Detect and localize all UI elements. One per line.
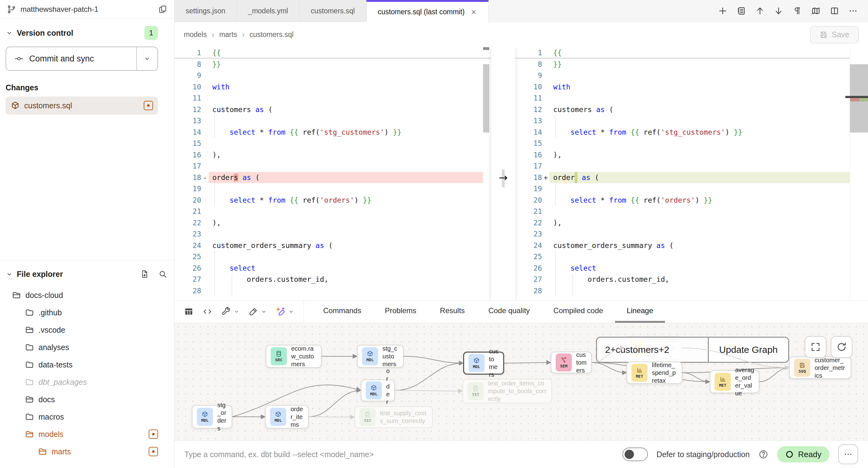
code-line-18[interactable]: 18-orders as (: [175, 172, 491, 183]
tree-item-marts[interactable]: marts: [0, 443, 158, 460]
lineage-node-lifetime-spend[interactable]: METlifetime_spend_pretax: [626, 362, 682, 384]
panel-tab-results[interactable]: Results: [428, 301, 476, 323]
code-line-10[interactable]: 10with: [515, 81, 868, 93]
code-line-11[interactable]: 11: [515, 92, 868, 104]
arrow-up-icon[interactable]: [753, 4, 767, 18]
code-line-20[interactable]: 20 select * from {{ ref('orders') }}: [175, 195, 491, 206]
lineage-node-order-items[interactable]: MDLorder_items: [265, 405, 309, 429]
code-line-18[interactable]: 18+order as (: [515, 172, 868, 183]
breadcrumb-item[interactable]: marts: [219, 30, 237, 39]
code-button[interactable]: [203, 307, 212, 317]
code-line-1[interactable]: 1{{: [515, 47, 868, 59]
tree-item--vscode[interactable]: .vscode: [0, 321, 158, 339]
diff-pane-modified[interactable]: 1{{8}}910with1112customers as (1314 sele…: [515, 47, 868, 300]
new-file-icon[interactable]: [140, 270, 149, 279]
code-line-10[interactable]: 10with: [175, 81, 491, 93]
lineage-node-stg-customers[interactable]: MDLstg_customers: [357, 345, 404, 368]
refresh-graph-button[interactable]: [831, 336, 852, 358]
apply-change-arrow-icon[interactable]: →: [491, 171, 515, 184]
command-input[interactable]: [184, 450, 614, 459]
lineage-node-customer-order-metrics[interactable]: SVQcustomer_order_metrics: [789, 356, 851, 379]
tree-item-dbt-packages[interactable]: dbt_packages: [0, 373, 158, 391]
tree-item-docs[interactable]: docs: [0, 391, 158, 408]
lineage-node-customers-mdl[interactable]: MDLcustomers: [463, 352, 504, 375]
code-line-22[interactable]: 22),: [175, 217, 491, 229]
code-line-23[interactable]: 23: [515, 228, 868, 240]
code-line-16[interactable]: 16),: [515, 149, 868, 161]
update-graph-button[interactable]: Update Graph: [708, 338, 788, 362]
code-line-9[interactable]: 9: [515, 70, 868, 81]
code-line-13[interactable]: 13: [515, 115, 868, 127]
diff-overview-ruler[interactable]: [850, 47, 868, 300]
code-line-21[interactable]: 21: [515, 206, 868, 217]
code-line-27[interactable]: 27 orders.customer_id,: [175, 274, 491, 285]
status-badge[interactable]: Ready: [777, 446, 830, 462]
arrow-down-icon[interactable]: [772, 4, 785, 18]
changed-file-customers-sql[interactable]: customers.sql: [6, 96, 158, 115]
commit-and-sync-button[interactable]: Commit and sync: [6, 47, 136, 70]
editor-tab--models-yml[interactable]: _models.yml: [237, 0, 300, 22]
code-line-12[interactable]: 12customers as (: [515, 104, 868, 116]
defer-toggle[interactable]: [622, 447, 648, 461]
code-line-12[interactable]: 12customers as (: [175, 104, 491, 116]
split-view-icon[interactable]: [828, 4, 841, 18]
lineage-node-orders[interactable]: MDLorders: [361, 379, 395, 401]
code-line-19[interactable]: 19: [515, 183, 868, 195]
code-line-1[interactable]: 1{{: [175, 47, 491, 59]
code-line-15[interactable]: 15: [175, 138, 491, 149]
commit-options-dropdown[interactable]: [136, 47, 157, 70]
code-line-11[interactable]: 11: [175, 92, 491, 104]
tree-item-models[interactable]: models: [0, 426, 158, 443]
copy-icon[interactable]: [158, 5, 167, 14]
panel-tab-compiled-code[interactable]: Compiled code: [542, 301, 615, 323]
code-line-20[interactable]: 20 select * from {{ ref('orders') }}: [515, 195, 868, 206]
ellipsis-icon[interactable]: [846, 4, 860, 18]
build-button[interactable]: [221, 307, 240, 317]
chevron-down-icon[interactable]: [288, 309, 294, 315]
code-line-9[interactable]: 9: [175, 70, 491, 81]
tree-item-macros[interactable]: macros: [0, 408, 158, 426]
code-line-23[interactable]: 23: [175, 228, 491, 240]
lineage-graph[interactable]: Update Graph SRCecom.raw_customersMDLstg…: [175, 323, 868, 440]
tree-item-analyses[interactable]: analyses: [0, 339, 158, 356]
format-button[interactable]: [248, 307, 267, 317]
code-line-26[interactable]: 26 select: [515, 262, 868, 274]
code-line-25[interactable]: 25: [175, 251, 491, 262]
diff-pane-original[interactable]: 1{{8}}910with1112customers as (1314 sele…: [175, 47, 491, 300]
fullscreen-button[interactable]: [805, 336, 827, 358]
breadcrumb-item[interactable]: customers.sql: [250, 30, 294, 39]
chevron-down-icon[interactable]: [261, 309, 267, 315]
breadcrumb-item[interactable]: models: [184, 30, 207, 39]
editor-tab-customers-sql-last-commit-[interactable]: customers.sql (last commit): [366, 0, 489, 22]
code-line-24[interactable]: 24customer_orders_summary as (: [175, 240, 491, 251]
lineage-node-test-order-items[interactable]: TSTtest_order_items_compute_to_bools_cor…: [463, 379, 552, 403]
code-line-24[interactable]: 24customer_orders_summary as (: [515, 240, 868, 251]
code-line-22[interactable]: 22),: [515, 217, 868, 229]
lineage-node-ecom-raw-customers[interactable]: SRCecom.raw_customers: [266, 345, 321, 368]
code-line-21[interactable]: 21: [175, 206, 491, 217]
code-line-17[interactable]: 17: [515, 160, 868, 172]
code-line-14[interactable]: 14 select * from {{ ref('stg_customers')…: [515, 127, 868, 138]
pilcrow-icon[interactable]: [790, 4, 804, 18]
code-line-13[interactable]: 13: [175, 115, 491, 127]
plus-icon[interactable]: [716, 4, 730, 18]
code-line-28[interactable]: 28: [175, 285, 491, 297]
code-line-28[interactable]: 28: [515, 285, 868, 297]
lineage-node-average-order-value[interactable]: METaverage_order_value: [710, 370, 760, 393]
panel-tab-problems[interactable]: Problems: [373, 301, 428, 323]
more-options-button[interactable]: [838, 444, 858, 464]
code-line-8[interactable]: 8}}: [175, 59, 491, 70]
code-line-27[interactable]: 27 orders.customer_id,: [515, 274, 868, 285]
editor-tab-settings-json[interactable]: settings.json: [175, 0, 237, 22]
code-line-16[interactable]: 16),: [175, 149, 491, 161]
lineage-node-test-supply[interactable]: TSTtest_supply_costs_sum_correctly: [354, 406, 433, 428]
version-control-header[interactable]: Version control 1: [6, 23, 158, 43]
help-icon[interactable]: [758, 449, 768, 459]
panel-tab-commands[interactable]: Commands: [311, 301, 373, 323]
outline-list-icon[interactable]: [735, 4, 748, 18]
results-table-button[interactable]: [184, 307, 194, 317]
editor-tab-customers-sql[interactable]: customers.sql: [300, 0, 366, 22]
tree-item-data-tests[interactable]: data-tests: [0, 356, 158, 373]
code-line-25[interactable]: 25: [515, 251, 868, 262]
close-icon[interactable]: [470, 9, 477, 15]
